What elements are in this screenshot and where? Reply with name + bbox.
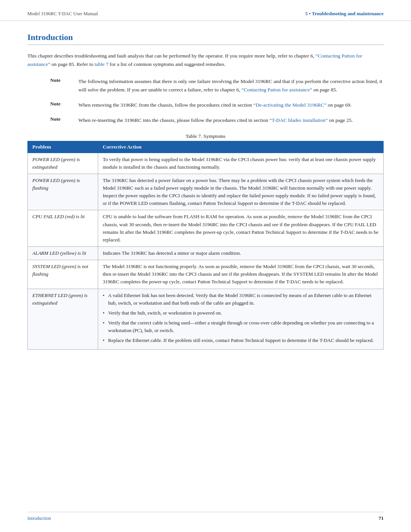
problem-cell-3: CPU FAIL LED (red) is lit xyxy=(28,210,98,247)
note-text-1: The following information assumes that t… xyxy=(78,77,384,94)
table-row: ALARM LED (yellow) is lit Indicates The … xyxy=(28,247,384,260)
table-row: CPU FAIL LED (red) is lit CPU is unable … xyxy=(28,210,384,247)
corrective-cell-1: To verify that power is being supplied t… xyxy=(98,153,384,174)
table-row: ETHERNET LED (green) is extinguished A v… xyxy=(28,289,384,350)
contact-patton-link-1[interactable]: “Contacting Patton for assistance” xyxy=(27,53,362,67)
intro-paragraph: This chapter describes troubleshooting a… xyxy=(27,52,384,69)
problem-cell-2: POWER LED (green) is flashing xyxy=(28,174,98,210)
header-chapter-title: 5 • Troubleshooting and maintenance xyxy=(305,11,384,17)
table-header-row: Problem Corrective Action xyxy=(28,141,384,153)
main-content: Introduction This chapter describes trou… xyxy=(0,21,411,372)
contact-patton-link-2[interactable]: “Contacting Patton for assistance” xyxy=(241,87,312,93)
section-title: Introduction xyxy=(27,32,384,45)
note-label-1: Note xyxy=(50,77,73,94)
note-label-2: Note xyxy=(50,101,73,109)
page: Model 3196RC T-DAC User Manual 5 • Troub… xyxy=(0,0,411,532)
problem-cell-4: ALARM LED (yellow) is lit xyxy=(28,247,98,260)
page-header: Model 3196RC T-DAC User Manual 5 • Troub… xyxy=(0,0,411,21)
table-row: SYSTEM LED (green) is not flashing The M… xyxy=(28,260,384,289)
deactivating-link[interactable]: “De-activating the Model 3196RC” xyxy=(253,102,327,108)
corrective-cell-4: Indicates The 3196RC has detected a mino… xyxy=(98,247,384,260)
note-text-3: When re-inserting the 3196RC into the ch… xyxy=(78,116,353,125)
col-corrective: Corrective Action xyxy=(98,141,384,153)
header-manual-title: Model 3196RC T-DAC User Manual xyxy=(27,11,98,17)
table7-link[interactable]: table 7 xyxy=(95,61,108,67)
note-text-2: When removing the 3196RC from the chassi… xyxy=(78,101,352,109)
note-block-2: Note When removing the 3196RC from the c… xyxy=(27,101,384,109)
problem-cell-1: POWER LED (green) is extinguished xyxy=(28,153,98,174)
table-row: POWER LED (green) is flashing The 3196RC… xyxy=(28,174,384,210)
table-row: POWER LED (green) is extinguished To ver… xyxy=(28,153,384,174)
footer-page-number: 71 xyxy=(379,515,384,521)
problem-cell-5: SYSTEM LED (green) is not flashing xyxy=(28,260,98,289)
footer-section-name: Introduction xyxy=(27,516,51,521)
corrective-cell-5: The Model 3196RC is not functioning prop… xyxy=(98,260,384,289)
table-title: Table 7. Symptoms xyxy=(27,133,384,139)
corrective-cell-2: The 3196RC has detected a power failure … xyxy=(98,174,384,210)
problem-cell-6: ETHERNET LED (green) is extinguished xyxy=(28,289,98,350)
symptoms-table: Problem Corrective Action POWER LED (gre… xyxy=(27,141,384,350)
list-item: A valid Ethernet link has not been detec… xyxy=(103,292,379,307)
note-block-1: Note The following information assumes t… xyxy=(27,77,384,94)
note-block-3: Note When re-inserting the 3196RC into t… xyxy=(27,116,384,125)
corrective-cell-6: A valid Ethernet link has not been detec… xyxy=(98,289,384,350)
corrective-cell-3: CPU is unable to load the software from … xyxy=(98,210,384,247)
page-footer: Introduction 71 xyxy=(27,512,384,521)
ethernet-bullet-list: A valid Ethernet link has not been detec… xyxy=(103,292,379,345)
list-item: Replace the Ethernet cable. If the probl… xyxy=(103,337,379,344)
tdac-blades-link[interactable]: “T-DAC blades installation” xyxy=(269,117,328,123)
list-item: Verify that the hub, switch, or workstat… xyxy=(103,309,379,317)
note-label-3: Note xyxy=(50,116,73,125)
list-item: Verify that the correct cable is being u… xyxy=(103,319,379,334)
col-problem: Problem xyxy=(28,141,98,153)
